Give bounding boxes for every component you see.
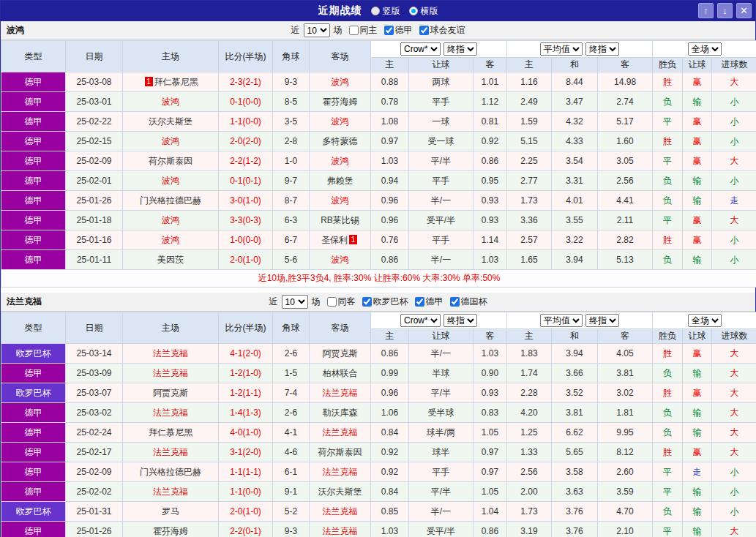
odds-source-select[interactable]: 终指 [444, 314, 477, 327]
team-label: RB莱比锡 [321, 215, 359, 225]
odds-cell: 平/半 [409, 482, 474, 502]
score-cell: 1-2(1-1) [219, 383, 273, 403]
result-cell: 负 [653, 403, 683, 423]
checkbox-input[interactable] [384, 26, 394, 35]
sub-column-header: 客 [598, 329, 653, 344]
filter-checkbox[interactable]: 德甲 [415, 296, 444, 308]
team-label: 法兰克福 [323, 506, 358, 517]
odds-source-select[interactable]: Crow* [400, 42, 441, 56]
avg-odds-cell: 4.41 [598, 191, 653, 211]
column-header: 类型 [1, 41, 66, 72]
checkbox-input[interactable] [349, 26, 359, 35]
avg-odds-cell: 1.16 [507, 72, 552, 92]
sub-column-header: 胜负 [653, 329, 683, 344]
result-cell: 负 [653, 502, 683, 522]
result-cell: 小 [712, 171, 756, 191]
filter-checkbox[interactable]: 德国杯 [450, 296, 487, 308]
checkbox-input[interactable] [362, 297, 372, 307]
result-cell: 大 [712, 423, 756, 443]
odds-cell: 0.84 [371, 423, 409, 443]
layout-radio-vertical[interactable]: 竖版 [371, 5, 400, 18]
avg-source-select[interactable]: 平均值 [540, 42, 583, 56]
home-team-cell: 法兰克福 [123, 403, 219, 423]
odds-source-select[interactable]: 终指 [444, 42, 477, 56]
league-cell: 德甲 [1, 151, 66, 171]
date-cell: 25-01-16 [66, 230, 123, 250]
match-count-select[interactable]: 10 [304, 23, 330, 37]
result-cell: 大 [712, 522, 756, 537]
avg-source-select[interactable]: 终指 [585, 42, 619, 56]
corner-cell: 9-3 [273, 522, 310, 537]
league-cell: 德甲 [1, 211, 66, 230]
matches-label: 场 [334, 24, 343, 37]
checkbox-input[interactable] [450, 297, 460, 307]
avg-odds-cell: 2.77 [507, 171, 552, 191]
checkbox-input[interactable] [419, 26, 429, 35]
title-bar: 近期战绩 竖版 横版 ↑ ↓ ✕ [1, 1, 755, 21]
league-cell: 德甲 [1, 462, 66, 482]
score-cell: 1-4(1-3) [219, 403, 273, 423]
scroll-down-button[interactable]: ↓ [717, 3, 733, 18]
corner-cell: 9-1 [273, 482, 310, 502]
corner-cell: 6-7 [273, 230, 310, 250]
corner-cell: 6-3 [273, 211, 310, 230]
layout-radio-horizontal[interactable]: 横版 [409, 5, 438, 18]
result-cell: 输 [683, 403, 712, 423]
avg-odds-cell: 2.25 [507, 151, 552, 171]
result-cell: 赢 [683, 132, 712, 151]
date-cell: 25-02-17 [66, 443, 123, 462]
avg-source-group: 平均值终指 [507, 312, 653, 329]
match-row: 欧罗巴杯25-03-14法兰克福4-1(2-0)2-6阿贾克斯0.86半/一1.… [1, 344, 756, 364]
red-card-badge: 1 [145, 77, 153, 86]
avg-odds-cell: 2.49 [507, 92, 552, 112]
column-header: 比分(半场) [219, 312, 273, 344]
home-team-cell: 1拜仁慕尼黑 [123, 72, 219, 92]
home-team-cell: 荷尔斯泰因 [123, 151, 219, 171]
filter-checkbox[interactable]: 欧罗巴杯 [362, 296, 408, 308]
checkbox-input[interactable] [415, 297, 424, 307]
result-cell: 赢 [683, 211, 712, 230]
team-section: 波鸿近10场同主德甲球会友谊类型日期主场比分(半场)角球客场Crow*终指平均值… [1, 21, 755, 288]
scroll-up-button[interactable]: ↑ [698, 3, 714, 18]
filter-checkbox[interactable]: 同主 [349, 24, 378, 37]
filter-checkbox[interactable]: 德甲 [384, 24, 413, 37]
avg-source-select[interactable]: 平均值 [540, 314, 583, 327]
result-scope-select[interactable]: 全场 [688, 314, 722, 327]
odds-cell: 半/一 [409, 250, 474, 270]
match-row: 德甲25-02-09荷尔斯泰因2-2(1-2)1-0波鸿1.03平/半0.862… [1, 151, 756, 171]
corner-cell: 9-7 [273, 171, 310, 191]
result-cell: 输 [683, 502, 712, 522]
date-cell: 25-03-02 [66, 403, 123, 423]
column-header: 主场 [123, 312, 219, 344]
filter-checkbox[interactable]: 同客 [327, 296, 356, 308]
avg-odds-cell: 3.66 [552, 364, 598, 383]
avg-source-select[interactable]: 终指 [585, 314, 619, 327]
radio-label-vertical: 竖版 [383, 5, 400, 18]
result-cell: 负 [653, 250, 683, 270]
team-label: 勒沃库森 [323, 408, 358, 418]
odds-cell: 1.04 [474, 502, 507, 522]
result-cell: 大 [712, 344, 756, 364]
results-table: 类型日期主场比分(半场)角球客场Crow*终指平均值终指全场主让球客主和客胜负让… [1, 312, 756, 537]
sub-column-header: 主 [507, 58, 552, 72]
away-team-cell: 波鸿 [310, 112, 371, 132]
odds-cell: 0.86 [474, 151, 507, 171]
home-team-cell: 拜仁慕尼黑 [123, 423, 219, 443]
match-row: 德甲25-02-22沃尔夫斯堡1-1(0-0)3-5波鸿1.08一球0.811.… [1, 112, 756, 132]
close-button[interactable]: ✕ [736, 3, 752, 18]
checkbox-input[interactable] [327, 297, 337, 307]
filter-checkbox[interactable]: 球会友谊 [419, 24, 465, 37]
team-label: 波鸿 [162, 215, 179, 225]
score-cell: 2-0(1-0) [219, 502, 273, 522]
avg-odds-cell: 1.81 [598, 403, 653, 423]
odds-source-select[interactable]: Crow* [400, 314, 441, 327]
avg-odds-cell: 4.33 [552, 132, 598, 151]
result-cell: 大 [712, 403, 756, 423]
match-count-select[interactable]: 10 [282, 295, 308, 309]
column-header: 角球 [273, 41, 310, 72]
league-cell: 欧罗巴杯 [1, 344, 66, 364]
match-row: 德甲25-01-26门兴格拉德巴赫3-0(1-0)8-7波鸿0.96半/一0.9… [1, 191, 756, 211]
avg-odds-cell: 3.31 [552, 171, 598, 191]
result-scope-select[interactable]: 全场 [688, 42, 722, 56]
team-label: 波鸿 [332, 116, 349, 127]
